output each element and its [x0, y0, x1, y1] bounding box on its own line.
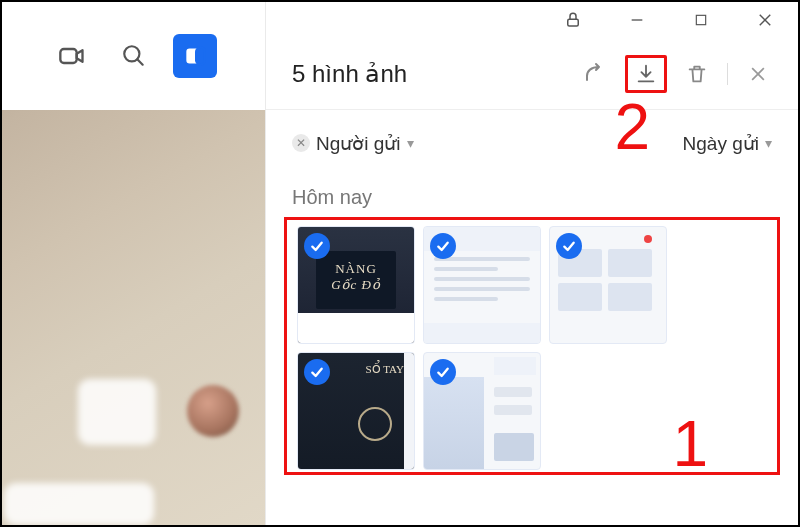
gallery-highlight: NÀNGGốc Đỏ SỔ TAY	[284, 217, 780, 475]
selected-check-icon	[304, 359, 330, 385]
search-icon[interactable]	[112, 34, 156, 78]
image-thumbnail[interactable]	[549, 226, 667, 344]
chevron-down-icon: ▾	[407, 135, 414, 151]
chat-bubble	[78, 379, 156, 445]
filter-sender[interactable]: ✕ Người gửi ▾	[292, 132, 414, 155]
left-sidebar	[2, 2, 266, 525]
image-thumbnail[interactable]: NÀNGGốc Đỏ	[297, 226, 415, 344]
clear-filter-icon[interactable]: ✕	[292, 134, 310, 152]
download-highlight	[625, 55, 667, 93]
window-controls	[266, 2, 798, 38]
filter-date[interactable]: Ngày gửi ▾	[683, 132, 772, 155]
section-today: Hôm nay	[266, 176, 798, 217]
minimize-button[interactable]	[626, 9, 648, 31]
filter-row: ✕ Người gửi ▾ Ngày gửi ▾	[266, 110, 798, 176]
svg-rect-6	[568, 19, 579, 26]
selected-check-icon	[430, 359, 456, 385]
svg-line-2	[137, 59, 142, 64]
svg-rect-4	[195, 47, 205, 64]
delete-button[interactable]	[683, 60, 711, 88]
media-panel: 5 hình ảnh ✕ Người gửi ▾ Ngày gửi ▾	[266, 2, 798, 525]
selected-check-icon	[304, 233, 330, 259]
panel-toggle-icon[interactable]	[173, 34, 217, 78]
page-title: 5 hình ảnh	[292, 60, 581, 88]
filter-date-label: Ngày gửi	[683, 132, 759, 155]
close-panel-button[interactable]	[744, 60, 772, 88]
filter-sender-label: Người gửi	[316, 132, 401, 155]
action-bar	[581, 55, 772, 93]
svg-rect-0	[60, 49, 76, 63]
lock-icon[interactable]	[562, 9, 584, 31]
selected-check-icon	[556, 233, 582, 259]
image-thumbnail[interactable]	[423, 226, 541, 344]
image-thumbnail[interactable]: SỔ TAY	[297, 352, 415, 470]
svg-rect-8	[696, 15, 705, 24]
chat-bubble	[4, 483, 154, 525]
chevron-down-icon: ▾	[765, 135, 772, 151]
maximize-button[interactable]	[690, 9, 712, 31]
close-window-button[interactable]	[754, 9, 776, 31]
share-button[interactable]	[581, 60, 609, 88]
avatar	[187, 385, 239, 437]
sidebar-icon-bar	[2, 2, 265, 110]
download-button[interactable]	[632, 60, 660, 88]
selected-check-icon	[430, 233, 456, 259]
divider	[727, 63, 728, 85]
video-call-icon[interactable]	[50, 34, 94, 78]
image-grid: NÀNGGốc Đỏ SỔ TAY	[297, 226, 767, 470]
image-thumbnail[interactable]	[423, 352, 541, 470]
